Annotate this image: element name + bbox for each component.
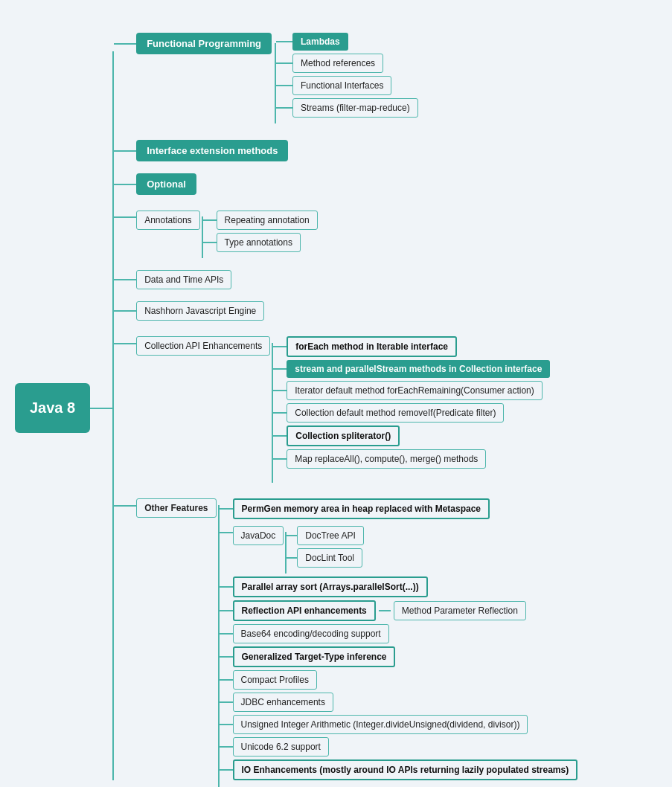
node-jdbc[interactable]: JDBC enhancements [233, 693, 333, 712]
node-stream-parallel[interactable]: stream and parallelStream methods in Col… [287, 360, 550, 378]
node-doclint[interactable]: DocLint Tool [297, 548, 362, 568]
branch-fp: Functional Programming Lambdas [114, 33, 577, 123]
fp-label[interactable]: Functional Programming [136, 33, 272, 54]
node-optional[interactable]: Optional [136, 173, 196, 195]
branch-iem: Interface extension methods [114, 140, 577, 161]
node-streams[interactable]: Streams (filter-map-reduce) [292, 98, 418, 118]
branch-dt: Data and Time APIs [114, 270, 577, 289]
node-map-methods[interactable]: Map replaceAll(), compute(), merge() met… [287, 449, 486, 469]
node-ca[interactable]: Collection API Enhancements [136, 336, 270, 356]
node-reflection[interactable]: Reflection API enhancements [233, 600, 376, 621]
node-spliterator[interactable]: Collection spliterator() [287, 425, 400, 446]
node-base64[interactable]: Base64 encoding/decoding support [233, 624, 389, 643]
node-permgen[interactable]: PermGen memory area in heap replaced wit… [233, 498, 490, 519]
branch-opt: Optional [114, 173, 577, 195]
root-node[interactable]: Java 8 [15, 383, 90, 433]
node-parallel-sort[interactable]: Parallel array sort (Arrays.parallelSort… [233, 576, 428, 597]
root-h-line [90, 408, 112, 409]
branch-of: Other Features PermGen memory area in he… [114, 495, 577, 787]
node-func-interfaces[interactable]: Functional Interfaces [292, 76, 391, 95]
node-doctree[interactable]: DocTree API [297, 526, 364, 545]
node-iem[interactable]: Interface extension methods [136, 140, 288, 161]
node-lambdas[interactable]: Lambdas [292, 33, 348, 51]
node-unicode[interactable]: Unicode 6.2 support [233, 737, 329, 757]
node-method-refs[interactable]: Method references [292, 54, 383, 73]
node-type-ann[interactable]: Type annotations [217, 233, 301, 252]
mind-map: Java 8 Functional Programming [15, 15, 670, 787]
fp-h-line [114, 43, 136, 45]
branch-ca: Collection API Enhancements forEach meth… [114, 333, 577, 483]
node-nj[interactable]: Nashhorn Javascript Engine [136, 301, 264, 321]
node-dt[interactable]: Data and Time APIs [136, 270, 231, 289]
node-unsigned[interactable]: Unsigned Integer Arithmetic (Integer.div… [233, 715, 528, 734]
branch-ann: Annotations Repeating annotation Type an… [114, 207, 577, 258]
node-io[interactable]: IO Enhancements (mostly around IO APIs r… [233, 759, 578, 780]
root-node-wrapper: Java 8 [15, 36, 114, 780]
node-method-param-reflection[interactable]: Method Parameter Reflection [394, 601, 526, 620]
branch-nj: Nashhorn Javascript Engine [114, 301, 577, 321]
node-repeating-ann[interactable]: Repeating annotation [217, 211, 318, 230]
node-annotations[interactable]: Annotations [136, 211, 199, 230]
node-compact-profiles[interactable]: Compact Profiles [233, 670, 317, 690]
branches: Functional Programming Lambdas [114, 22, 577, 787]
node-foreach[interactable]: forEach method in Iterable interface [287, 336, 457, 357]
node-of[interactable]: Other Features [136, 498, 216, 518]
node-javadoc[interactable]: JavaDoc [233, 526, 284, 545]
node-collection-removeif[interactable]: Collection default method removeIf(Predi… [287, 403, 504, 423]
node-target-inference[interactable]: Generalized Target-Type inference [233, 646, 396, 667]
node-iterator-foreach[interactable]: Iterator default method forEachRemaining… [287, 381, 543, 400]
